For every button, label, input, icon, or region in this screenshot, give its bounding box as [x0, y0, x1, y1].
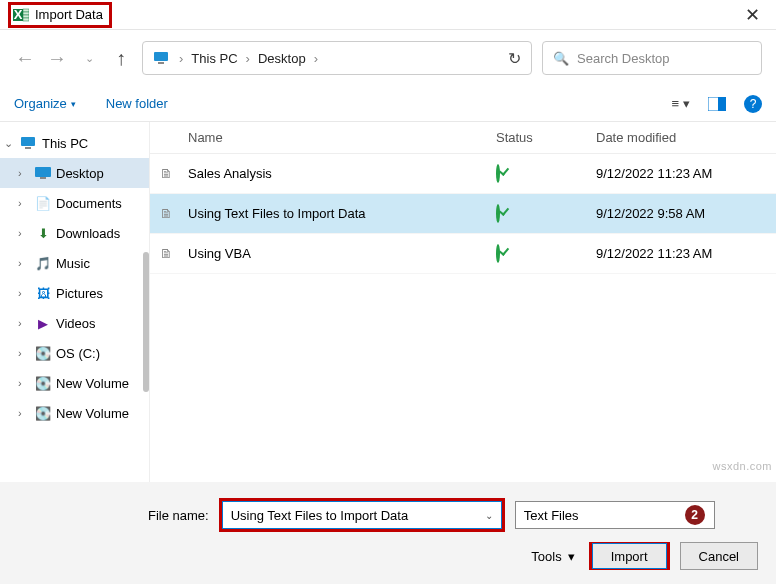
- tree-downloads[interactable]: ›⬇Downloads: [0, 218, 149, 248]
- drive-icon: 💽: [34, 374, 52, 392]
- tree-scrollbar[interactable]: [143, 252, 149, 392]
- documents-icon: 📄: [34, 194, 52, 212]
- import-highlight: Import: [589, 542, 670, 570]
- col-name[interactable]: Name: [188, 130, 496, 145]
- file-name: Using Text Files to Import Data: [188, 206, 496, 221]
- tree-pictures[interactable]: ›🖼Pictures: [0, 278, 149, 308]
- title-highlight: X Import Data: [8, 2, 112, 28]
- expand-icon[interactable]: ›: [18, 167, 30, 179]
- tree-desktop[interactable]: ›Desktop: [0, 158, 149, 188]
- caret-down-icon: ▾: [71, 99, 76, 109]
- caret-down-icon: ▾: [568, 549, 575, 564]
- up-button[interactable]: ↑: [110, 48, 132, 68]
- svg-rect-2: [23, 9, 29, 12]
- filter-value: Text Files: [524, 508, 579, 523]
- window-title: Import Data: [35, 7, 103, 22]
- breadcrumb-thispc[interactable]: This PC: [191, 51, 237, 66]
- chevron-right-icon[interactable]: ›: [242, 51, 254, 66]
- watermark: wsxdn.com: [712, 460, 772, 472]
- help-button[interactable]: ?: [744, 95, 762, 113]
- tree-label: Downloads: [56, 226, 120, 241]
- monitor-icon: [153, 51, 171, 65]
- expand-icon[interactable]: ›: [18, 377, 30, 389]
- search-placeholder: Search Desktop: [577, 51, 670, 66]
- search-input[interactable]: 🔍 Search Desktop: [542, 41, 762, 75]
- toolbar: Organize▾ New folder ≡▾ ?: [0, 86, 776, 122]
- search-icon: 🔍: [553, 51, 569, 66]
- file-date: 9/12/2022 9:58 AM: [596, 206, 776, 221]
- chevron-right-icon[interactable]: ›: [175, 51, 187, 66]
- organize-menu[interactable]: Organize▾: [14, 96, 76, 111]
- cancel-button[interactable]: Cancel: [680, 542, 758, 570]
- expand-icon[interactable]: ›: [18, 287, 30, 299]
- videos-icon: ▶: [34, 314, 52, 332]
- col-date[interactable]: Date modified: [596, 130, 776, 145]
- tree-thispc[interactable]: ⌄ This PC: [0, 128, 149, 158]
- svg-rect-10: [21, 137, 35, 146]
- bottom-panel: File name: Using Text Files to Import Da…: [0, 482, 776, 584]
- refresh-button[interactable]: ↻: [508, 49, 521, 68]
- tree-label: Pictures: [56, 286, 103, 301]
- expand-icon[interactable]: ›: [18, 347, 30, 359]
- expand-icon[interactable]: ›: [18, 317, 30, 329]
- file-icon: 🗎: [160, 166, 180, 181]
- col-status[interactable]: Status: [496, 130, 596, 145]
- tree-label: Music: [56, 256, 90, 271]
- preview-pane-button[interactable]: [708, 97, 726, 111]
- music-icon: 🎵: [34, 254, 52, 272]
- tree-label: Documents: [56, 196, 122, 211]
- recent-caret-icon[interactable]: ⌄: [78, 53, 100, 64]
- tree-new-volume-2[interactable]: ›💽New Volume: [0, 398, 149, 428]
- file-list: Name Status Date modified 🗎 Sales Analys…: [150, 122, 776, 492]
- caret-down-icon[interactable]: ⌄: [485, 510, 493, 521]
- tree-documents[interactable]: ›📄Documents: [0, 188, 149, 218]
- file-row[interactable]: 🗎 Sales Analysis 9/12/2022 11:23 AM: [150, 154, 776, 194]
- filename-value: Using Text Files to Import Data: [231, 508, 409, 523]
- svg-rect-4: [23, 15, 29, 18]
- close-button[interactable]: ✕: [737, 4, 768, 26]
- expand-icon[interactable]: ›: [18, 407, 30, 419]
- tools-menu[interactable]: Tools▾: [531, 549, 574, 564]
- filename-label: File name:: [148, 508, 209, 523]
- tree-label: OS (C:): [56, 346, 100, 361]
- tree-videos[interactable]: ›▶Videos: [0, 308, 149, 338]
- expand-icon[interactable]: ›: [18, 197, 30, 209]
- new-folder-button[interactable]: New folder: [106, 96, 168, 111]
- svg-rect-9: [718, 97, 726, 111]
- caret-down-icon: ▾: [683, 96, 690, 111]
- import-button[interactable]: Import: [592, 543, 667, 569]
- tree-os-c[interactable]: ›💽OS (C:): [0, 338, 149, 368]
- svg-rect-11: [25, 147, 31, 149]
- address-bar[interactable]: › This PC › Desktop › ↻: [142, 41, 532, 75]
- filename-highlight: Using Text Files to Import Data ⌄: [219, 498, 505, 532]
- back-button[interactable]: ←: [14, 48, 36, 68]
- file-row[interactable]: 🗎 Using VBA 9/12/2022 11:23 AM: [150, 234, 776, 274]
- list-icon: ≡: [671, 96, 679, 111]
- breadcrumb-desktop[interactable]: Desktop: [258, 51, 306, 66]
- forward-button[interactable]: →: [46, 48, 68, 68]
- titlebar: X Import Data ✕: [0, 0, 776, 30]
- main-area: ⌄ This PC ›Desktop ›📄Documents ›⬇Downloa…: [0, 122, 776, 492]
- tree-new-volume-1[interactable]: ›💽New Volume: [0, 368, 149, 398]
- tree-label: Videos: [56, 316, 96, 331]
- file-row[interactable]: 🗎 Using Text Files to Import Data 9/12/2…: [150, 194, 776, 234]
- pane-icon: [708, 97, 726, 111]
- svg-rect-13: [40, 177, 46, 179]
- collapse-icon[interactable]: ⌄: [4, 137, 16, 150]
- svg-text:X: X: [14, 7, 23, 22]
- svg-rect-6: [154, 52, 168, 61]
- nav-tree: ⌄ This PC ›Desktop ›📄Documents ›⬇Downloa…: [0, 122, 150, 492]
- tree-label: New Volume: [56, 376, 129, 391]
- tree-music[interactable]: ›🎵Music: [0, 248, 149, 278]
- chevron-right-icon[interactable]: ›: [310, 51, 322, 66]
- monitor-icon: [20, 136, 38, 150]
- filename-combo[interactable]: Using Text Files to Import Data ⌄: [222, 501, 502, 529]
- view-mode-button[interactable]: ≡▾: [671, 96, 690, 111]
- svg-rect-12: [35, 167, 51, 177]
- svg-rect-5: [23, 18, 29, 21]
- expand-icon[interactable]: ›: [18, 227, 30, 239]
- svg-rect-7: [158, 62, 164, 64]
- file-name: Using VBA: [188, 246, 496, 261]
- expand-icon[interactable]: ›: [18, 257, 30, 269]
- downloads-icon: ⬇: [34, 224, 52, 242]
